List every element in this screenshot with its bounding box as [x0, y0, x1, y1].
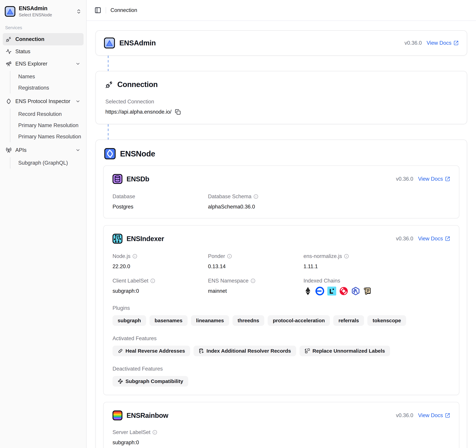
info-icon[interactable] — [251, 278, 255, 283]
info-icon[interactable] — [153, 430, 157, 435]
sidebar-section-label: Services — [3, 22, 84, 33]
version-badge: v0.36.0 — [396, 235, 413, 242]
ensadmin-logo — [5, 6, 15, 17]
view-docs-link[interactable]: View Docs — [418, 235, 450, 242]
protocol-inspector-children: Record Resolution Primary Name Resolutio… — [10, 109, 84, 142]
database-plus-icon — [199, 348, 204, 354]
view-docs-link[interactable]: View Docs — [427, 40, 459, 46]
ensadmin-logo — [104, 38, 115, 48]
ens-mark-icon — [6, 98, 11, 104]
info-icon[interactable] — [132, 254, 137, 259]
view-docs-link[interactable]: View Docs — [418, 412, 450, 419]
activated-features-list: Heal Reverse Addresses Index Additional … — [113, 346, 450, 356]
plugin-chip: referrals — [333, 315, 364, 326]
feature-chip-label: Subgraph Compatibility — [125, 378, 183, 384]
feature-chip-label: Replace Unnormalized Labels — [312, 348, 385, 354]
activated-features-label: Activated Features — [113, 335, 450, 342]
sidebar-item-status[interactable]: Status — [3, 45, 84, 58]
topbar: Connection — [87, 0, 476, 21]
copy-icon[interactable] — [175, 109, 181, 115]
external-link-icon — [445, 236, 450, 241]
ensadmin-card: ENSAdmin v0.36.0 View Docs — [96, 30, 467, 56]
sidebar-item-primary-names-resolution[interactable]: Primary Names Resolution — [17, 131, 84, 142]
section-title: Connection — [117, 80, 158, 89]
optimism-chain-icon — [339, 287, 348, 295]
card-title: ENSRainbow — [126, 412, 168, 419]
linea-chain-icon — [327, 287, 336, 295]
feature-chip-label: Index Additional Resolver Records — [206, 348, 291, 354]
info-icon[interactable] — [150, 278, 155, 283]
ens-namespace-label: ENS Namespace — [208, 278, 249, 284]
ensindexer-logo — [113, 234, 122, 244]
arbitrum-chain-icon — [351, 287, 360, 295]
topbar-divider — [106, 7, 106, 13]
external-link-icon — [453, 40, 459, 46]
breadcrumb: Connection — [110, 7, 137, 13]
card-title: ENSNode — [120, 149, 155, 158]
database-schema-label: Database Schema — [208, 194, 251, 200]
sidebar-item-apis[interactable]: APIs — [3, 144, 84, 156]
sidebar-item-registrations[interactable]: Registrations — [17, 82, 84, 93]
view-docs-link[interactable]: View Docs — [418, 176, 450, 182]
selected-connection-label: Selected Connection — [105, 99, 457, 105]
chevron-down-icon — [75, 99, 80, 104]
ens-normalize-value: 1.11.1 — [303, 263, 450, 270]
nodejs-value: 22.20.0 — [113, 263, 208, 270]
plugin-chip: basenames — [149, 315, 187, 326]
server-labelset-value: subgraph:0 — [113, 439, 208, 446]
plug-zap-icon — [6, 36, 11, 42]
content-scroll[interactable]: ENSAdmin v0.36.0 View Docs — [87, 21, 476, 448]
ens-explorer-children: Names Registrations — [10, 71, 84, 93]
feature-chip: Subgraph Compatibility — [113, 376, 188, 387]
version-badge: v0.36.0 — [396, 412, 413, 419]
ens-namespace-value: mainnet — [208, 288, 303, 294]
external-link-icon — [445, 413, 450, 418]
sidebar-item-names[interactable]: Names — [17, 71, 84, 82]
plugins-list: subgraph basenames lineanames threedns p… — [113, 315, 450, 326]
ponder-value: 0.13.14 — [208, 263, 303, 270]
info-icon[interactable] — [344, 254, 349, 259]
sidebar: ENSAdmin Select ENSNode Services Connect… — [0, 0, 87, 448]
chevron-down-icon — [75, 61, 80, 66]
ethereum-chain-icon — [303, 287, 312, 295]
ens-normalize-label: ens-normalize.js — [303, 253, 342, 259]
replace-icon — [305, 348, 310, 354]
feature-chip-label: Heal Reverse Addresses — [125, 348, 185, 354]
main-area: Connection ENSAdmin v0.36.0 — [87, 0, 476, 448]
feature-chip: Heal Reverse Addresses — [113, 346, 190, 356]
sidebar-item-subgraph-graphql[interactable]: Subgraph (GraphQL) — [17, 157, 84, 169]
dashed-connector — [108, 56, 109, 71]
database-label: Database — [113, 194, 208, 200]
ensdb-card: ENSDb v0.36.0 View Docs — [103, 166, 459, 218]
ensnode-selector[interactable]: ENSAdmin Select ENSNode — [3, 3, 84, 22]
ensindexer-card: ENSIndexer v0.36.0 View Docs — [103, 225, 459, 395]
card-title: ENSIndexer — [126, 235, 164, 243]
sidebar-item-ens-explorer[interactable]: ENS Explorer — [3, 58, 84, 70]
sidebar-item-primary-name-resolution[interactable]: Primary Name Resolution — [17, 120, 84, 131]
sidebar-item-label: APIs — [15, 147, 72, 153]
ensdb-logo — [113, 174, 122, 184]
sidebar-item-record-resolution[interactable]: Record Resolution — [17, 109, 84, 120]
sidebar-item-connection[interactable]: Connection — [3, 33, 84, 45]
version-badge: v0.36.0 — [404, 40, 422, 46]
sidebar-item-label: ENS Protocol Inspector — [15, 98, 72, 104]
view-docs-label: View Docs — [427, 40, 451, 46]
sidebar-toggle-icon[interactable] — [94, 7, 101, 14]
sidebar-item-ens-protocol-inspector[interactable]: ENS Protocol Inspector — [3, 95, 84, 108]
plugin-chip: lineanames — [191, 315, 229, 326]
info-icon[interactable] — [227, 254, 232, 259]
feature-chip: Index Additional Resolver Records — [193, 346, 296, 356]
card-title: ENSAdmin — [119, 39, 156, 47]
connection-url: https://api.alpha.ensnode.io/ — [105, 109, 171, 115]
indexed-chains — [303, 287, 450, 295]
ensnode-logo — [104, 148, 116, 159]
info-icon[interactable] — [254, 194, 258, 199]
deactivated-features-label: Deactivated Features — [113, 366, 450, 372]
chevrons-up-down-icon — [76, 9, 81, 14]
client-labelset-value: subgraph:0 — [113, 288, 208, 294]
view-docs-label: View Docs — [418, 235, 443, 242]
app-root: ENSAdmin Select ENSNode Services Connect… — [0, 0, 476, 448]
nodejs-label: Node.js — [113, 253, 130, 259]
database-schema-value: alphaSchema0.36.0 — [208, 204, 450, 210]
client-labelset-label: Client LabelSet — [113, 278, 148, 284]
